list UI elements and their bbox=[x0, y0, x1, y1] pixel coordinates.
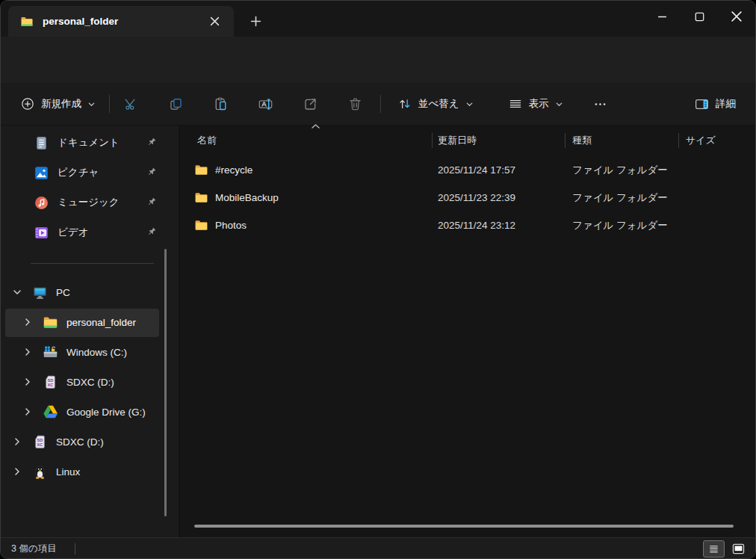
file-name: #recycle bbox=[215, 164, 252, 176]
horizontal-scrollbar[interactable] bbox=[194, 525, 734, 528]
chevron-right-icon[interactable] bbox=[22, 377, 33, 387]
details-pane-icon bbox=[694, 96, 710, 112]
sidebar-divider bbox=[31, 263, 154, 264]
content-area: ドキュメント ピクチャ ミュージック bbox=[1, 126, 755, 537]
tab-strip: personal_folder bbox=[1, 1, 755, 37]
chevron-right-icon[interactable] bbox=[12, 466, 22, 477]
svg-text:XC: XC bbox=[48, 383, 54, 387]
tree-item-google-drive[interactable]: Google Drive (G:) bbox=[1, 397, 179, 427]
details-pane-label: 詳細 bbox=[716, 97, 736, 111]
close-icon[interactable] bbox=[718, 1, 755, 32]
file-type: ファイル フォルダー bbox=[566, 164, 679, 177]
large-icons-view-icon[interactable] bbox=[728, 540, 749, 558]
pc-icon bbox=[32, 285, 48, 300]
tree-item-label: Google Drive (G:) bbox=[66, 407, 146, 418]
view-toggles bbox=[703, 540, 749, 558]
chevron-down-icon bbox=[87, 100, 96, 108]
videos-icon bbox=[34, 225, 49, 241]
sd-card-icon: SDXC bbox=[43, 374, 58, 390]
sidebar-item-documents[interactable]: ドキュメント bbox=[1, 128, 179, 158]
chevron-down-icon[interactable] bbox=[12, 287, 22, 297]
sidebar-item-label: ドキュメント bbox=[58, 136, 120, 149]
sort-button[interactable]: 並べ替え bbox=[390, 89, 481, 119]
maximize-icon[interactable] bbox=[681, 1, 718, 32]
view-button-label: 表示 bbox=[529, 97, 549, 111]
folder-icon bbox=[20, 15, 34, 28]
file-modified: 2025/11/24 17:57 bbox=[433, 164, 566, 176]
more-icon[interactable] bbox=[586, 89, 616, 119]
pictures-icon bbox=[34, 165, 49, 181]
file-name: MobileBackup bbox=[215, 192, 279, 203]
chevron-right-icon[interactable] bbox=[22, 407, 33, 417]
sidebar-item-label: ミュージック bbox=[58, 196, 120, 209]
share-icon[interactable] bbox=[295, 89, 325, 119]
chevron-right-icon[interactable] bbox=[22, 317, 33, 327]
column-header-type[interactable]: 種類 bbox=[566, 128, 679, 152]
cut-icon[interactable] bbox=[116, 89, 146, 119]
details-pane-button[interactable]: 詳細 bbox=[687, 89, 743, 119]
file-row-photos[interactable]: Photos 2025/11/24 23:12 ファイル フォルダー bbox=[179, 211, 755, 239]
sd-card-icon: SDXC bbox=[32, 434, 48, 450]
folder-icon bbox=[194, 191, 208, 205]
sidebar-scrollbar[interactable] bbox=[164, 249, 167, 516]
tree-item-personal-folder[interactable]: personal_folder bbox=[1, 307, 179, 337]
paste-icon[interactable] bbox=[205, 89, 235, 119]
sidebar-item-pictures[interactable]: ピクチャ bbox=[1, 158, 179, 188]
minimize-icon[interactable] bbox=[643, 1, 681, 32]
tab-personal-folder[interactable]: personal_folder bbox=[8, 6, 234, 37]
column-header-size[interactable]: サイズ bbox=[679, 128, 755, 152]
folder-icon bbox=[194, 163, 208, 177]
view-button[interactable]: 表示 bbox=[501, 89, 571, 119]
plus-circle-icon bbox=[20, 96, 35, 111]
sidebar-item-label: ビデオ bbox=[58, 226, 88, 239]
toolbar-separator bbox=[109, 95, 110, 113]
new-tab-button[interactable] bbox=[244, 10, 267, 32]
sidebar-item-music[interactable]: ミュージック bbox=[1, 188, 179, 217]
tab-title: personal_folder bbox=[43, 16, 204, 27]
tree-item-label: Linux bbox=[56, 466, 80, 478]
delete-icon[interactable] bbox=[340, 89, 370, 119]
tree-item-sdxc-d[interactable]: SDXC SDXC (D:) bbox=[1, 427, 179, 457]
file-explorer-window: personal_folder bbox=[0, 0, 756, 559]
linux-icon bbox=[32, 464, 48, 480]
rename-icon[interactable] bbox=[250, 89, 280, 119]
tree-item-pc[interactable]: PC bbox=[1, 277, 179, 307]
new-button-label: 新規作成 bbox=[41, 97, 81, 111]
tree-item-windows-c[interactable]: Windows (C:) bbox=[1, 337, 179, 367]
tab-close-icon[interactable] bbox=[204, 11, 225, 32]
item-count: 3 個の項目 bbox=[11, 543, 57, 555]
google-drive-icon bbox=[43, 404, 58, 420]
file-modified: 2025/11/24 23:12 bbox=[433, 220, 566, 231]
chevron-down-icon bbox=[465, 100, 474, 108]
file-row-recycle[interactable]: #recycle 2025/11/24 17:57 ファイル フォルダー bbox=[179, 156, 755, 184]
column-header-modified[interactable]: 更新日時 bbox=[433, 128, 566, 152]
copy-icon[interactable] bbox=[161, 89, 190, 119]
status-separator bbox=[75, 543, 75, 555]
chevron-right-icon[interactable] bbox=[22, 347, 33, 357]
tree-item-linux[interactable]: Linux bbox=[1, 457, 179, 487]
pin-icon bbox=[146, 197, 158, 209]
details-view-icon[interactable] bbox=[703, 540, 725, 558]
pin-icon bbox=[146, 137, 158, 149]
tree-item-label: personal_folder bbox=[66, 317, 136, 328]
file-row-mobilebackup[interactable]: MobileBackup 2025/11/23 22:39 ファイル フォルダー bbox=[179, 184, 755, 211]
music-icon bbox=[34, 195, 49, 211]
sort-icon bbox=[397, 96, 412, 111]
navigation-pane: ドキュメント ピクチャ ミュージック bbox=[1, 126, 179, 537]
window-controls bbox=[643, 1, 755, 32]
tree-item-label: SDXC (D:) bbox=[66, 377, 114, 388]
sidebar-item-videos[interactable]: ビデオ bbox=[1, 217, 179, 247]
chevron-right-icon[interactable] bbox=[12, 436, 22, 447]
navigation-bar: ··· 192.168.11.16 personal_folder person… bbox=[1, 37, 755, 83]
column-header-name[interactable]: 名前 bbox=[179, 128, 433, 152]
tree-item-label: PC bbox=[56, 287, 70, 298]
svg-text:XC: XC bbox=[37, 442, 43, 447]
folder-icon bbox=[194, 218, 208, 232]
column-headers: 名前 更新日時 種類 サイズ bbox=[179, 128, 755, 152]
new-button[interactable]: 新規作成 bbox=[13, 89, 103, 119]
tree-item-sdxc-d-child[interactable]: SDXC SDXC (D:) bbox=[1, 367, 179, 397]
sidebar-item-label: ピクチャ bbox=[58, 166, 99, 179]
pin-icon bbox=[146, 167, 158, 179]
toolbar-separator bbox=[380, 95, 381, 113]
file-list-pane: 名前 更新日時 種類 サイズ #recycle 2025/11/24 17:57 bbox=[179, 126, 755, 537]
